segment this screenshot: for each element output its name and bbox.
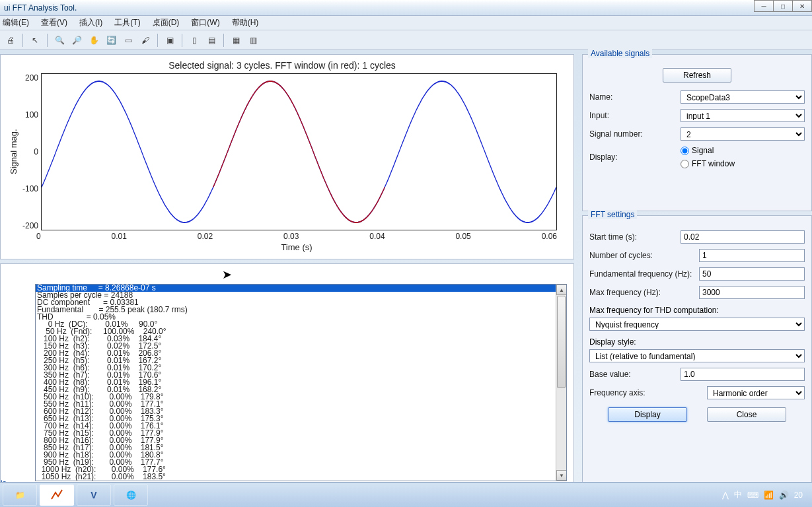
layout-icon[interactable]: ▥ [246,34,260,47]
freqaxis-label: Frequency axis: [589,388,702,397]
available-signals-group: Available signals Refresh Name:ScopeData… [582,54,812,211]
maxfreq-input[interactable] [699,286,805,299]
radio-fftwindow[interactable] [681,160,689,168]
brush-icon[interactable]: 🖌 [139,34,152,47]
ncycles-label: Number of cycles: [589,251,694,260]
menu-edit[interactable]: 编辑(E) [3,17,29,28]
menu-window[interactable]: 窗口(W) [191,17,219,28]
maxthd-label: Max frequency for THD computation: [589,306,719,315]
ncycles-input[interactable] [699,249,805,262]
menu-tools[interactable]: 工具(T) [114,17,140,28]
signum-label: Signal number: [589,129,675,139]
legend-icon[interactable]: ▤ [205,34,218,47]
tray-wifi-icon[interactable]: 📶 [764,490,774,500]
menu-insert[interactable]: 插入(I) [79,17,102,28]
tray-expand-icon[interactable]: ⋀ [722,490,729,500]
zoom-in-icon[interactable]: 🔍 [53,34,66,47]
tray-lang-icon[interactable]: 中 [734,489,742,500]
pan-icon[interactable]: ✋ [87,34,100,47]
plot-ylabel: Signal mag. [7,73,20,230]
tray-clock[interactable]: 20 [794,490,803,500]
plot-yticks: 2001000-100-200 [20,73,41,230]
name-label: Name: [589,92,675,102]
tray-volume-icon[interactable]: 🔊 [779,490,789,500]
input-select[interactable]: input 1 [681,109,805,122]
pointer-icon[interactable]: ↖ [28,34,42,47]
axes-icon[interactable]: ▦ [229,34,242,47]
print-icon[interactable]: 🖨 [4,34,17,47]
fft-result-list[interactable]: Sampling time = 8.26868e-07 s Samples pe… [35,284,567,481]
refresh-button[interactable]: Refresh [663,68,731,83]
taskbar-explorer-icon[interactable]: 📁 [3,485,37,506]
link-icon[interactable]: ▣ [163,34,176,47]
display-label: Display: [589,152,675,162]
plot-xticks: 00.010.020.030.040.050.06 [36,230,557,242]
fft-analysis-panel: sis Sampling time = 8.26868e-07 s Sample… [0,263,574,489]
menubar: 编辑(E) 查看(V) 插入(I) 工具(T) 桌面(D) 窗口(W) 帮助(H… [0,16,812,30]
fft-settings-group: FFT settings Start time (s): Number of c… [582,215,812,489]
taskbar[interactable]: 📁 V 🌐 ⋀ 中 ⌨ 📶 🔊 20 [0,482,812,507]
maxthd-select[interactable]: Nyquist frequency [589,318,805,331]
menu-desktop[interactable]: 桌面(D) [153,17,180,28]
maximize-button[interactable]: □ [773,0,793,12]
radio-signal[interactable] [681,147,689,155]
zoom-out-icon[interactable]: 🔎 [70,34,83,47]
colorbar-icon[interactable]: ▯ [188,34,201,47]
base-label: Base value: [589,370,675,379]
taskbar-visio-icon[interactable]: V [77,485,111,506]
style-label: Display style: [589,337,636,347]
titlebar: ui FFT Analysis Tool. ─ □ ✕ [0,0,812,16]
style-select[interactable]: List (relative to fundamental) [589,349,805,362]
rotate-icon[interactable]: 🔄 [104,34,118,47]
taskbar-matlab-icon[interactable] [40,485,74,506]
name-select[interactable]: ScopeData3 [681,90,805,104]
scroll-thumb[interactable] [557,296,566,388]
list-row[interactable]: 1050 Hz (h21): 0.00% 183.5° [36,473,566,481]
toolbar: 🖨 ↖ 🔍 🔎 ✋ 🔄 ▭ 🖌 ▣ ▯ ▤ ▦ ▥ [0,30,812,50]
display-button[interactable]: Display [608,407,687,422]
tray-ime-icon[interactable]: ⌨ [747,490,758,500]
signal-plot-panel: Selected signal: 3 cycles. FFT window (i… [0,54,574,259]
input-label: Input: [589,111,675,120]
fund-input[interactable] [699,267,805,281]
plot-area[interactable] [41,73,557,230]
plot-xlabel: Time (s) [36,242,557,252]
window-title: ui FFT Analysis Tool. [4,3,77,13]
settings-legend: FFT settings [588,210,637,219]
signum-select[interactable]: 2 [681,127,805,141]
start-input[interactable] [681,230,805,244]
datatip-icon[interactable]: ▭ [122,34,135,47]
taskbar-ie-icon[interactable]: 🌐 [114,485,148,506]
fund-label: Fundamental frequency (Hz): [589,269,694,279]
minimize-button[interactable]: ─ [754,0,774,12]
scroll-up-icon[interactable]: ▲ [556,285,567,295]
scroll-down-icon[interactable]: ▼ [556,470,567,481]
plot-title: Selected signal: 3 cycles. FFT window (i… [7,60,557,71]
system-tray[interactable]: ⋀ 中 ⌨ 📶 🔊 20 [722,489,809,500]
list-scrollbar[interactable]: ▲ ▼ [556,285,566,481]
menu-view[interactable]: 查看(V) [41,17,67,28]
base-input[interactable] [681,368,805,381]
menu-help[interactable]: 帮助(H) [232,17,259,28]
close-panel-button[interactable]: Close [707,407,786,422]
start-label: Start time (s): [589,232,675,242]
available-legend: Available signals [588,49,652,58]
maxfreq-label: Max frequency (Hz): [589,288,694,297]
close-button[interactable]: ✕ [792,0,812,12]
freqaxis-select[interactable]: Harmonic order [707,386,805,399]
